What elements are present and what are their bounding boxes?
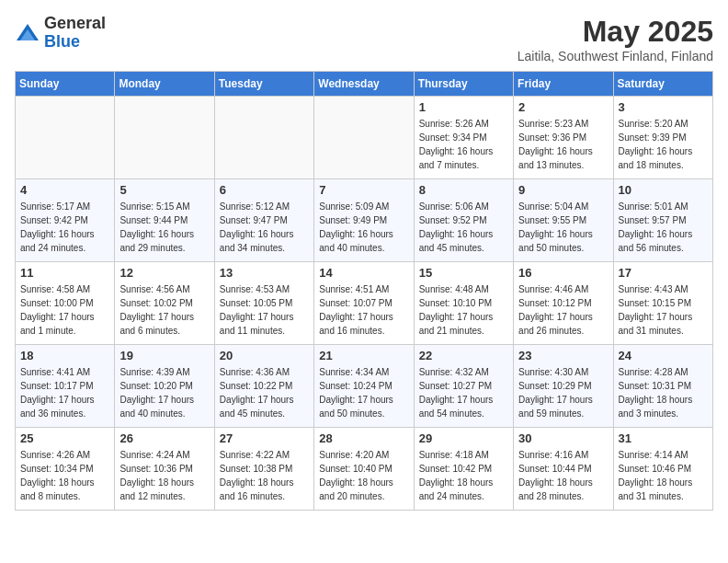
day-cell bbox=[16, 97, 115, 179]
day-cell: 30 Sunrise: 4:16 AMSunset: 10:44 PMDayli… bbox=[514, 428, 613, 511]
day-cell: 16 Sunrise: 4:46 AMSunset: 10:12 PMDayli… bbox=[514, 262, 613, 345]
logo: General Blue bbox=[15, 15, 106, 52]
day-cell: 29 Sunrise: 4:18 AMSunset: 10:42 PMDayli… bbox=[414, 428, 513, 511]
day-cell: 2 Sunrise: 5:23 AMSunset: 9:36 PMDayligh… bbox=[514, 97, 613, 179]
day-info: Sunrise: 4:18 AMSunset: 10:42 PMDaylight… bbox=[419, 448, 508, 503]
day-info: Sunrise: 4:58 AMSunset: 10:00 PMDaylight… bbox=[20, 282, 109, 338]
day-number: 18 bbox=[20, 349, 109, 362]
day-info: Sunrise: 4:46 AMSunset: 10:12 PMDaylight… bbox=[518, 282, 608, 338]
day-cell: 25 Sunrise: 4:26 AMSunset: 10:34 PMDayli… bbox=[16, 428, 115, 511]
week-row-2: 4 Sunrise: 5:17 AMSunset: 9:42 PMDayligh… bbox=[16, 179, 713, 262]
day-cell: 17 Sunrise: 4:43 AMSunset: 10:15 PMDayli… bbox=[613, 262, 712, 345]
weekday-header-tuesday: Tuesday bbox=[214, 72, 313, 97]
day-cell: 18 Sunrise: 4:41 AMSunset: 10:17 PMDayli… bbox=[16, 345, 115, 428]
day-info: Sunrise: 4:34 AMSunset: 10:24 PMDaylight… bbox=[319, 365, 408, 420]
day-cell: 3 Sunrise: 5:20 AMSunset: 9:39 PMDayligh… bbox=[613, 97, 712, 179]
day-number: 2 bbox=[518, 100, 608, 114]
day-number: 29 bbox=[419, 431, 508, 445]
day-info: Sunrise: 5:20 AMSunset: 9:39 PMDaylight:… bbox=[619, 117, 708, 172]
weekday-header-saturday: Saturday bbox=[613, 72, 712, 97]
day-info: Sunrise: 5:01 AMSunset: 9:57 PMDaylight:… bbox=[619, 200, 708, 255]
day-number: 6 bbox=[220, 183, 309, 197]
day-info: Sunrise: 4:26 AMSunset: 10:34 PMDaylight… bbox=[20, 448, 109, 503]
weekday-header-wednesday: Wednesday bbox=[314, 72, 414, 97]
day-cell: 1 Sunrise: 5:26 AMSunset: 9:34 PMDayligh… bbox=[414, 97, 513, 179]
day-info: Sunrise: 4:51 AMSunset: 10:07 PMDaylight… bbox=[319, 282, 408, 338]
day-number: 11 bbox=[20, 266, 109, 280]
day-number: 21 bbox=[319, 349, 408, 362]
day-cell: 19 Sunrise: 4:39 AMSunset: 10:20 PMDayli… bbox=[115, 345, 214, 428]
day-info: Sunrise: 5:23 AMSunset: 9:36 PMDaylight:… bbox=[518, 117, 608, 172]
day-number: 26 bbox=[119, 431, 209, 445]
day-cell: 26 Sunrise: 4:24 AMSunset: 10:36 PMDayli… bbox=[115, 428, 214, 511]
day-cell: 13 Sunrise: 4:53 AMSunset: 10:05 PMDayli… bbox=[214, 262, 313, 345]
title-block: May 2025 Laitila, Southwest Finland, Fin… bbox=[518, 15, 713, 63]
day-number: 19 bbox=[119, 349, 209, 362]
weekday-header-friday: Friday bbox=[514, 72, 613, 97]
day-number: 14 bbox=[319, 266, 408, 280]
day-number: 28 bbox=[319, 431, 408, 445]
day-info: Sunrise: 5:06 AMSunset: 9:52 PMDaylight:… bbox=[419, 200, 508, 255]
day-number: 4 bbox=[20, 183, 109, 197]
location-title: Laitila, Southwest Finland, Finland bbox=[518, 49, 713, 63]
day-info: Sunrise: 4:20 AMSunset: 10:40 PMDaylight… bbox=[319, 448, 408, 503]
weekday-header-thursday: Thursday bbox=[414, 72, 513, 97]
day-info: Sunrise: 4:56 AMSunset: 10:02 PMDaylight… bbox=[119, 282, 209, 338]
day-cell: 22 Sunrise: 4:32 AMSunset: 10:27 PMDayli… bbox=[414, 345, 513, 428]
day-info: Sunrise: 4:39 AMSunset: 10:20 PMDaylight… bbox=[119, 365, 209, 420]
day-info: Sunrise: 4:16 AMSunset: 10:44 PMDaylight… bbox=[518, 448, 608, 503]
day-cell: 6 Sunrise: 5:12 AMSunset: 9:47 PMDayligh… bbox=[214, 179, 313, 262]
day-cell bbox=[214, 97, 313, 179]
day-cell: 8 Sunrise: 5:06 AMSunset: 9:52 PMDayligh… bbox=[414, 179, 513, 262]
day-cell: 15 Sunrise: 4:48 AMSunset: 10:10 PMDayli… bbox=[414, 262, 513, 345]
day-cell: 11 Sunrise: 4:58 AMSunset: 10:00 PMDayli… bbox=[16, 262, 115, 345]
day-info: Sunrise: 5:17 AMSunset: 9:42 PMDaylight:… bbox=[20, 200, 109, 255]
day-cell: 24 Sunrise: 4:28 AMSunset: 10:31 PMDayli… bbox=[613, 345, 712, 428]
day-info: Sunrise: 5:15 AMSunset: 9:44 PMDaylight:… bbox=[119, 200, 209, 255]
weekday-header-sunday: Sunday bbox=[16, 72, 115, 97]
week-row-4: 18 Sunrise: 4:41 AMSunset: 10:17 PMDayli… bbox=[16, 345, 713, 428]
logo-general: General bbox=[44, 14, 106, 32]
weekday-header-monday: Monday bbox=[115, 72, 214, 97]
day-cell: 12 Sunrise: 4:56 AMSunset: 10:02 PMDayli… bbox=[115, 262, 214, 345]
month-title: May 2025 bbox=[518, 15, 713, 49]
day-number: 13 bbox=[220, 266, 309, 280]
day-info: Sunrise: 4:43 AMSunset: 10:15 PMDaylight… bbox=[619, 282, 708, 338]
day-cell: 4 Sunrise: 5:17 AMSunset: 9:42 PMDayligh… bbox=[16, 179, 115, 262]
day-number: 9 bbox=[518, 183, 608, 197]
day-info: Sunrise: 4:41 AMSunset: 10:17 PMDaylight… bbox=[20, 365, 109, 420]
day-cell: 31 Sunrise: 4:14 AMSunset: 10:46 PMDayli… bbox=[613, 428, 712, 511]
day-number: 10 bbox=[619, 183, 708, 197]
day-cell: 21 Sunrise: 4:34 AMSunset: 10:24 PMDayli… bbox=[314, 345, 414, 428]
day-cell: 27 Sunrise: 4:22 AMSunset: 10:38 PMDayli… bbox=[214, 428, 313, 511]
day-info: Sunrise: 4:36 AMSunset: 10:22 PMDaylight… bbox=[220, 365, 309, 420]
day-number: 22 bbox=[419, 349, 508, 362]
day-number: 23 bbox=[518, 349, 608, 362]
week-row-5: 25 Sunrise: 4:26 AMSunset: 10:34 PMDayli… bbox=[16, 428, 713, 511]
day-number: 27 bbox=[220, 431, 309, 445]
day-info: Sunrise: 5:09 AMSunset: 9:49 PMDaylight:… bbox=[319, 200, 408, 255]
calendar-table: SundayMondayTuesdayWednesdayThursdayFrid… bbox=[15, 71, 713, 511]
day-number: 12 bbox=[119, 266, 209, 280]
day-number: 8 bbox=[419, 183, 508, 197]
day-number: 17 bbox=[619, 266, 708, 280]
day-cell: 7 Sunrise: 5:09 AMSunset: 9:49 PMDayligh… bbox=[314, 179, 414, 262]
day-number: 7 bbox=[319, 183, 408, 197]
day-info: Sunrise: 5:12 AMSunset: 9:47 PMDaylight:… bbox=[220, 200, 309, 255]
day-number: 24 bbox=[619, 349, 708, 362]
day-number: 5 bbox=[119, 183, 209, 197]
day-cell: 10 Sunrise: 5:01 AMSunset: 9:57 PMDaylig… bbox=[613, 179, 712, 262]
day-info: Sunrise: 4:53 AMSunset: 10:05 PMDaylight… bbox=[220, 282, 309, 338]
day-info: Sunrise: 4:30 AMSunset: 10:29 PMDaylight… bbox=[518, 365, 608, 420]
weekday-header-row: SundayMondayTuesdayWednesdayThursdayFrid… bbox=[16, 72, 713, 97]
day-cell: 5 Sunrise: 5:15 AMSunset: 9:44 PMDayligh… bbox=[115, 179, 214, 262]
day-cell: 28 Sunrise: 4:20 AMSunset: 10:40 PMDayli… bbox=[314, 428, 414, 511]
day-info: Sunrise: 4:14 AMSunset: 10:46 PMDaylight… bbox=[619, 448, 708, 503]
day-number: 20 bbox=[220, 349, 309, 362]
logo-icon bbox=[15, 20, 40, 46]
day-info: Sunrise: 4:48 AMSunset: 10:10 PMDaylight… bbox=[419, 282, 508, 338]
day-cell: 20 Sunrise: 4:36 AMSunset: 10:22 PMDayli… bbox=[214, 345, 313, 428]
day-number: 16 bbox=[518, 266, 608, 280]
day-number: 30 bbox=[518, 431, 608, 445]
page-header: General Blue May 2025 Laitila, Southwest… bbox=[15, 15, 713, 63]
